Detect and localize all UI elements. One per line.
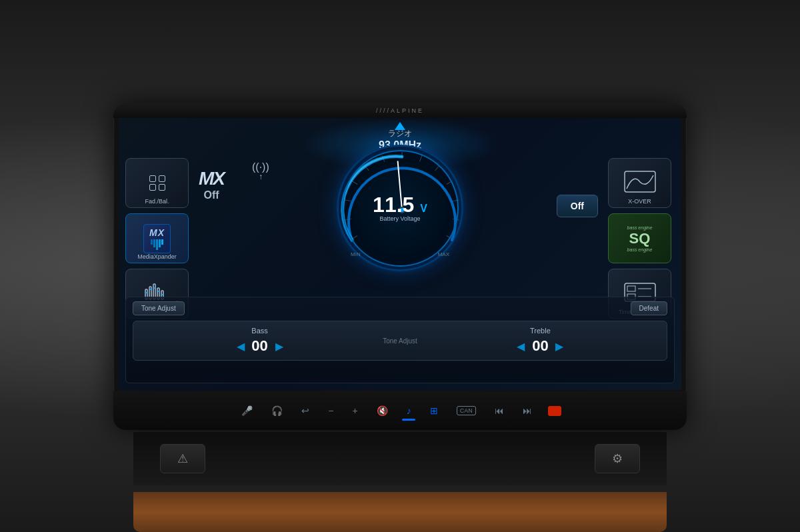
sq-label: SQ [627, 230, 653, 247]
vol-up-button[interactable]: + [349, 403, 360, 419]
power-indicator [548, 406, 561, 416]
fad-bal-icon [149, 175, 165, 191]
alpine-logo: ////ALPINE [376, 107, 424, 114]
settings-button[interactable]: ⚙ [595, 444, 640, 473]
vol-down-button[interactable]: − [325, 403, 336, 419]
tone-center-label: Tone Adjust [376, 337, 424, 345]
hazard-button[interactable]: ⚠ [160, 444, 205, 473]
gauge-display: 11.5 V Battery Voltage [373, 194, 427, 222]
can-button[interactable]: CAN [454, 403, 479, 418]
x-over-label: X-OVER [628, 198, 651, 205]
fad-bal-button[interactable]: Fad./Bal. [125, 158, 189, 208]
gauge-min: MIN [351, 251, 361, 257]
mx-off-area: MX Off [199, 168, 224, 201]
tone-adjust-button[interactable]: Tone Adjust [133, 301, 185, 315]
bass-value: 00 [250, 337, 270, 355]
defeat-button[interactable]: Defeat [631, 301, 667, 315]
right-panel: X-OVER bass engine SQ bass engine [608, 158, 675, 319]
hardware-bar: 🎤 🎧 ↩ − + 🔇 ♪ ⊞ CAN ⏮ ⏭ [113, 391, 687, 430]
prev-track-button[interactable]: ⏮ [492, 403, 507, 419]
bass-section: Bass ◀ 00 ▶ [147, 327, 373, 355]
grid-button[interactable]: ⊞ [427, 403, 441, 419]
off-button[interactable]: Off [557, 195, 598, 217]
mic-button[interactable]: 🎤 [239, 403, 255, 419]
battery-gauge-container: 11.5 V Battery Voltage MIN MAX [333, 141, 467, 275]
battery-value: 11.5 [373, 193, 414, 217]
bass-increase-button[interactable]: ▶ [275, 340, 283, 353]
x-over-button[interactable]: X-OVER [608, 158, 671, 208]
treble-label: Treble [530, 327, 551, 335]
off-label: Off [571, 201, 584, 211]
alpine-brand-bar: ////ALPINE [113, 103, 687, 118]
bass-engine-top: bass engine [627, 225, 653, 230]
treble-section: Treble ◀ 00 ▶ [427, 327, 653, 355]
bass-engine-sub: bass engine [627, 247, 653, 252]
mx-logo: MX [199, 168, 224, 189]
below-screen-controls: ⚠ ⚙ [133, 432, 667, 485]
battery-gauge: 11.5 V Battery Voltage MIN MAX [337, 145, 463, 271]
wood-panel [133, 492, 667, 532]
media-xpander-button[interactable]: MX MediaXpander [125, 213, 189, 263]
gauge-max: MAX [438, 251, 449, 257]
treble-increase-button[interactable]: ▶ [555, 340, 563, 353]
treble-value: 00 [530, 337, 550, 355]
battery-sublabel: Battery Voltage [373, 215, 427, 222]
bass-engine-content: bass engine SQ bass engine [627, 225, 653, 252]
headphone-button[interactable]: 🎧 [269, 403, 285, 419]
mx-status: Off [203, 189, 219, 201]
bass-engine-button[interactable]: bass engine SQ bass engine [608, 213, 671, 263]
left-panel: Fad./Bal. MX MediaXpander [125, 158, 192, 319]
tone-sliders-container: Bass ◀ 00 ▶ Tone Adjust Treble ◀ 00 ▶ [133, 321, 667, 361]
svg-rect-28 [627, 286, 635, 291]
music-button[interactable]: ♪ [404, 403, 414, 419]
back-button[interactable]: ↩ [299, 403, 312, 419]
bottom-controls-area: Tone Adjust Defeat Bass ◀ 00 ▶ Tone Adju… [125, 297, 675, 383]
fad-bal-label: Fad./Bal. [145, 198, 169, 205]
x-over-icon [623, 170, 657, 196]
radio-label: ラジオ [379, 128, 421, 139]
main-screen: ラジオ 93.0MHz [119, 118, 681, 390]
battery-unit: V [420, 203, 427, 214]
bass-decrease-button[interactable]: ◀ [237, 340, 245, 353]
screen-unit: ////ALPINE ラジオ 93.0MHz [113, 103, 687, 430]
next-track-button[interactable]: ⏭ [520, 403, 535, 419]
bass-label: Bass [251, 327, 267, 335]
tone-adjust-row: Tone Adjust Defeat [133, 301, 667, 315]
signal-icon-area: ((·)) ↑ [252, 161, 269, 181]
media-xpander-label: MediaXpander [137, 253, 177, 260]
mute-button[interactable]: 🔇 [374, 403, 391, 419]
treble-decrease-button[interactable]: ◀ [517, 340, 525, 353]
